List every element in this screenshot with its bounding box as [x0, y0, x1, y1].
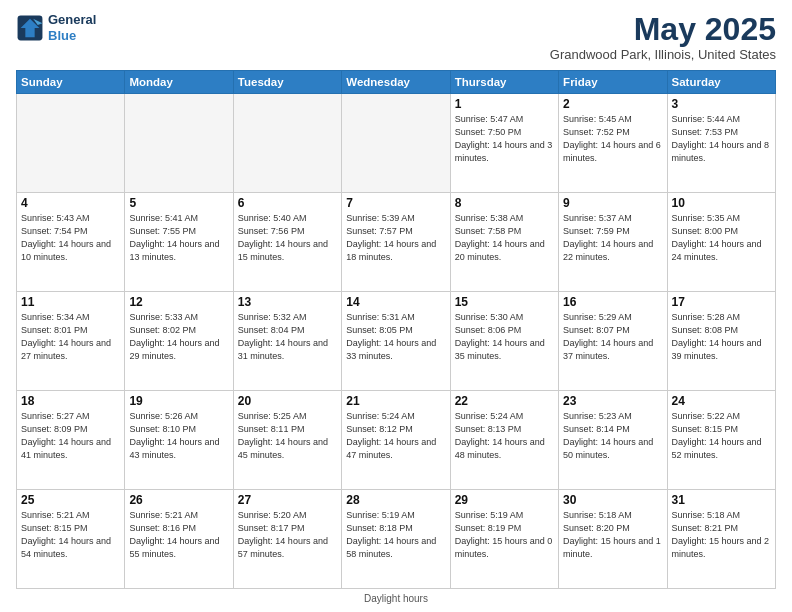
day-info: Sunrise: 5:31 AM Sunset: 8:05 PM Dayligh…	[346, 311, 445, 363]
day-info: Sunrise: 5:29 AM Sunset: 8:07 PM Dayligh…	[563, 311, 662, 363]
day-number: 4	[21, 196, 120, 210]
day-number: 19	[129, 394, 228, 408]
day-number: 1	[455, 97, 554, 111]
day-info: Sunrise: 5:21 AM Sunset: 8:16 PM Dayligh…	[129, 509, 228, 561]
day-info: Sunrise: 5:34 AM Sunset: 8:01 PM Dayligh…	[21, 311, 120, 363]
day-info: Sunrise: 5:21 AM Sunset: 8:15 PM Dayligh…	[21, 509, 120, 561]
day-info: Sunrise: 5:18 AM Sunset: 8:21 PM Dayligh…	[672, 509, 771, 561]
logo-line1: General	[48, 12, 96, 28]
day-number: 8	[455, 196, 554, 210]
day-info: Sunrise: 5:23 AM Sunset: 8:14 PM Dayligh…	[563, 410, 662, 462]
day-number: 2	[563, 97, 662, 111]
day-info: Sunrise: 5:18 AM Sunset: 8:20 PM Dayligh…	[563, 509, 662, 561]
day-info: Sunrise: 5:24 AM Sunset: 8:13 PM Dayligh…	[455, 410, 554, 462]
day-info: Sunrise: 5:25 AM Sunset: 8:11 PM Dayligh…	[238, 410, 337, 462]
calendar-cell: 30Sunrise: 5:18 AM Sunset: 8:20 PM Dayli…	[559, 490, 667, 589]
calendar-cell: 23Sunrise: 5:23 AM Sunset: 8:14 PM Dayli…	[559, 391, 667, 490]
logo-icon	[16, 14, 44, 42]
logo-text: General Blue	[48, 12, 96, 43]
calendar-cell: 2Sunrise: 5:45 AM Sunset: 7:52 PM Daylig…	[559, 94, 667, 193]
calendar-cell: 28Sunrise: 5:19 AM Sunset: 8:18 PM Dayli…	[342, 490, 450, 589]
calendar-cell: 5Sunrise: 5:41 AM Sunset: 7:55 PM Daylig…	[125, 193, 233, 292]
day-number: 12	[129, 295, 228, 309]
location: Grandwood Park, Illinois, United States	[550, 47, 776, 62]
calendar-cell: 19Sunrise: 5:26 AM Sunset: 8:10 PM Dayli…	[125, 391, 233, 490]
col-header-sunday: Sunday	[17, 71, 125, 94]
day-info: Sunrise: 5:27 AM Sunset: 8:09 PM Dayligh…	[21, 410, 120, 462]
header: General Blue May 2025 Grandwood Park, Il…	[16, 12, 776, 62]
calendar-cell	[125, 94, 233, 193]
col-header-wednesday: Wednesday	[342, 71, 450, 94]
day-number: 28	[346, 493, 445, 507]
calendar-cell: 15Sunrise: 5:30 AM Sunset: 8:06 PM Dayli…	[450, 292, 558, 391]
day-number: 7	[346, 196, 445, 210]
day-info: Sunrise: 5:33 AM Sunset: 8:02 PM Dayligh…	[129, 311, 228, 363]
day-info: Sunrise: 5:22 AM Sunset: 8:15 PM Dayligh…	[672, 410, 771, 462]
calendar-week-3: 18Sunrise: 5:27 AM Sunset: 8:09 PM Dayli…	[17, 391, 776, 490]
col-header-tuesday: Tuesday	[233, 71, 341, 94]
calendar-cell: 20Sunrise: 5:25 AM Sunset: 8:11 PM Dayli…	[233, 391, 341, 490]
day-number: 14	[346, 295, 445, 309]
calendar-cell: 4Sunrise: 5:43 AM Sunset: 7:54 PM Daylig…	[17, 193, 125, 292]
day-number: 5	[129, 196, 228, 210]
calendar-week-0: 1Sunrise: 5:47 AM Sunset: 7:50 PM Daylig…	[17, 94, 776, 193]
calendar-cell: 9Sunrise: 5:37 AM Sunset: 7:59 PM Daylig…	[559, 193, 667, 292]
calendar-week-2: 11Sunrise: 5:34 AM Sunset: 8:01 PM Dayli…	[17, 292, 776, 391]
day-info: Sunrise: 5:35 AM Sunset: 8:00 PM Dayligh…	[672, 212, 771, 264]
page: General Blue May 2025 Grandwood Park, Il…	[0, 0, 792, 612]
calendar-cell	[17, 94, 125, 193]
calendar-cell: 21Sunrise: 5:24 AM Sunset: 8:12 PM Dayli…	[342, 391, 450, 490]
calendar-cell: 13Sunrise: 5:32 AM Sunset: 8:04 PM Dayli…	[233, 292, 341, 391]
day-info: Sunrise: 5:47 AM Sunset: 7:50 PM Dayligh…	[455, 113, 554, 165]
calendar-cell: 14Sunrise: 5:31 AM Sunset: 8:05 PM Dayli…	[342, 292, 450, 391]
calendar-cell: 12Sunrise: 5:33 AM Sunset: 8:02 PM Dayli…	[125, 292, 233, 391]
calendar-table: SundayMondayTuesdayWednesdayThursdayFrid…	[16, 70, 776, 589]
calendar-cell: 6Sunrise: 5:40 AM Sunset: 7:56 PM Daylig…	[233, 193, 341, 292]
month-title: May 2025	[550, 12, 776, 47]
calendar-cell: 3Sunrise: 5:44 AM Sunset: 7:53 PM Daylig…	[667, 94, 775, 193]
footer-note: Daylight hours	[16, 593, 776, 604]
calendar-cell: 27Sunrise: 5:20 AM Sunset: 8:17 PM Dayli…	[233, 490, 341, 589]
logo: General Blue	[16, 12, 96, 43]
calendar-cell: 7Sunrise: 5:39 AM Sunset: 7:57 PM Daylig…	[342, 193, 450, 292]
day-number: 6	[238, 196, 337, 210]
calendar-cell: 29Sunrise: 5:19 AM Sunset: 8:19 PM Dayli…	[450, 490, 558, 589]
day-info: Sunrise: 5:19 AM Sunset: 8:19 PM Dayligh…	[455, 509, 554, 561]
day-info: Sunrise: 5:26 AM Sunset: 8:10 PM Dayligh…	[129, 410, 228, 462]
day-number: 23	[563, 394, 662, 408]
calendar-cell: 11Sunrise: 5:34 AM Sunset: 8:01 PM Dayli…	[17, 292, 125, 391]
day-number: 31	[672, 493, 771, 507]
calendar-week-1: 4Sunrise: 5:43 AM Sunset: 7:54 PM Daylig…	[17, 193, 776, 292]
calendar-cell: 25Sunrise: 5:21 AM Sunset: 8:15 PM Dayli…	[17, 490, 125, 589]
day-number: 11	[21, 295, 120, 309]
calendar-cell: 16Sunrise: 5:29 AM Sunset: 8:07 PM Dayli…	[559, 292, 667, 391]
col-header-saturday: Saturday	[667, 71, 775, 94]
calendar-cell: 26Sunrise: 5:21 AM Sunset: 8:16 PM Dayli…	[125, 490, 233, 589]
day-info: Sunrise: 5:20 AM Sunset: 8:17 PM Dayligh…	[238, 509, 337, 561]
calendar-cell	[342, 94, 450, 193]
calendar-cell: 10Sunrise: 5:35 AM Sunset: 8:00 PM Dayli…	[667, 193, 775, 292]
day-info: Sunrise: 5:30 AM Sunset: 8:06 PM Dayligh…	[455, 311, 554, 363]
calendar-cell	[233, 94, 341, 193]
day-info: Sunrise: 5:45 AM Sunset: 7:52 PM Dayligh…	[563, 113, 662, 165]
day-number: 17	[672, 295, 771, 309]
col-header-friday: Friday	[559, 71, 667, 94]
day-number: 30	[563, 493, 662, 507]
day-number: 21	[346, 394, 445, 408]
calendar-cell: 18Sunrise: 5:27 AM Sunset: 8:09 PM Dayli…	[17, 391, 125, 490]
col-header-monday: Monday	[125, 71, 233, 94]
day-info: Sunrise: 5:38 AM Sunset: 7:58 PM Dayligh…	[455, 212, 554, 264]
calendar-cell: 8Sunrise: 5:38 AM Sunset: 7:58 PM Daylig…	[450, 193, 558, 292]
title-area: May 2025 Grandwood Park, Illinois, Unite…	[550, 12, 776, 62]
day-number: 16	[563, 295, 662, 309]
calendar-week-4: 25Sunrise: 5:21 AM Sunset: 8:15 PM Dayli…	[17, 490, 776, 589]
day-info: Sunrise: 5:41 AM Sunset: 7:55 PM Dayligh…	[129, 212, 228, 264]
day-number: 22	[455, 394, 554, 408]
calendar-cell: 17Sunrise: 5:28 AM Sunset: 8:08 PM Dayli…	[667, 292, 775, 391]
day-info: Sunrise: 5:43 AM Sunset: 7:54 PM Dayligh…	[21, 212, 120, 264]
calendar-header-row: SundayMondayTuesdayWednesdayThursdayFrid…	[17, 71, 776, 94]
calendar-cell: 22Sunrise: 5:24 AM Sunset: 8:13 PM Dayli…	[450, 391, 558, 490]
day-number: 9	[563, 196, 662, 210]
day-info: Sunrise: 5:28 AM Sunset: 8:08 PM Dayligh…	[672, 311, 771, 363]
calendar-cell: 1Sunrise: 5:47 AM Sunset: 7:50 PM Daylig…	[450, 94, 558, 193]
